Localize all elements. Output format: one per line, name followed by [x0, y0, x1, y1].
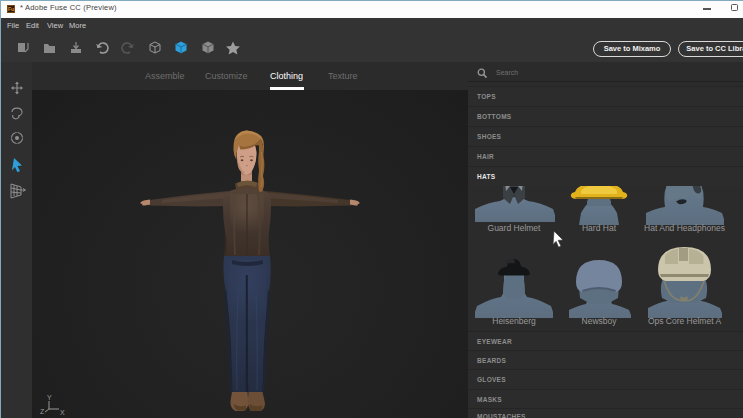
svg-text:Z: Z: [40, 408, 45, 415]
svg-text:Y: Y: [47, 394, 52, 401]
svg-text:X: X: [60, 409, 65, 416]
